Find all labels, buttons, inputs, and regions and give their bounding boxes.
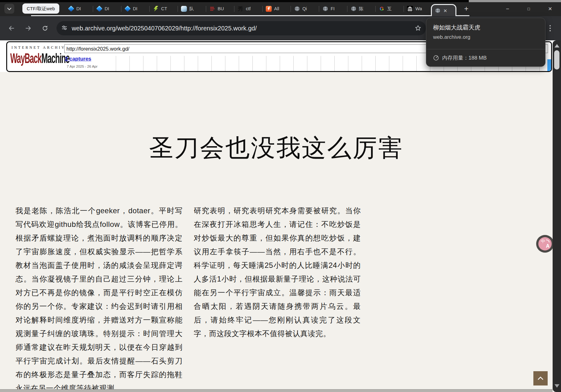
forward-button[interactable] [24, 24, 33, 33]
window-bottom-edge [0, 389, 553, 392]
reload-button[interactable] [40, 24, 50, 33]
tab-strip: CTF/取证web DI DI DI CT 队 BU 秀 [0, 2, 561, 16]
tab-di-1[interactable]: DI [65, 2, 93, 15]
memory-gauge-icon [433, 55, 439, 61]
scrollbar-up-arrow[interactable] [554, 44, 559, 47]
tab-all[interactable]: All [263, 2, 291, 15]
address-bar[interactable]: web.archive.org/web/20250407062029/http:… [57, 21, 426, 35]
blue-gem-icon [124, 6, 130, 12]
hover-card-memory-row: 内存用量：188 MB [433, 54, 487, 61]
site-info-icon[interactable] [61, 25, 67, 32]
scrollbar-down-arrow[interactable] [554, 384, 559, 388]
article-column-2: 研究表明，研究表明研究本身需要被研究。当你在深夜打开冰箱思考人生，请记住：不吃炒… [194, 204, 361, 340]
chevron-down-icon [7, 7, 11, 10]
globe-icon [294, 6, 300, 12]
back-arrow-icon [8, 25, 15, 32]
tab-di-3[interactable]: DI [121, 2, 150, 15]
chevron-up-icon [537, 376, 544, 380]
green-bolt-icon [153, 6, 159, 12]
translate-fab[interactable]: 中 A [536, 235, 554, 253]
tab-chen[interactable]: 陈 [347, 2, 376, 15]
captures-link[interactable]: 2 captures [65, 56, 91, 62]
reload-icon [42, 25, 48, 32]
back-button[interactable] [7, 24, 16, 33]
menu-dots-icon[interactable] [549, 24, 551, 33]
tab-group-label[interactable]: CTF/取证web [22, 3, 59, 14]
tab-active[interactable]: ✕ [431, 4, 456, 16]
tab-ctf[interactable]: 秀 ctf [234, 2, 263, 15]
internet-archive-label: INTERNET ARCHIVE [11, 45, 69, 50]
tab-hover-card: 柳如烟大战霸天虎 web.archive.org 内存用量：188 MB [426, 18, 545, 67]
tab-dui[interactable]: 队 [178, 2, 206, 15]
hover-card-title: 柳如烟大战霸天虎 [433, 24, 480, 32]
globe-icon [322, 6, 328, 12]
blue-gem-icon [96, 6, 102, 12]
wayback-building-icon [407, 6, 413, 12]
new-tab-button[interactable]: + [461, 4, 471, 14]
red-seal-icon [209, 6, 215, 12]
window-maximize-button[interactable]: □ [522, 3, 536, 14]
tab-qi[interactable]: Qi [291, 2, 319, 15]
blue-gem-icon [68, 6, 74, 12]
article-column-1: 我是老陈，陈浩北一个geeker，dotaer。平时写写代码欢迎github给我… [16, 204, 183, 392]
tab-di-2[interactable]: DI [93, 2, 121, 15]
window-minimize-button[interactable]: – [500, 3, 515, 14]
scrollbar-thumb[interactable] [554, 50, 559, 70]
capture-highlight-bar[interactable] [547, 59, 551, 72]
page-title: 圣刀会也没我这么厉害 [0, 132, 553, 164]
browser-window: CTF/取证web DI DI DI CT 队 BU 秀 [0, 0, 561, 392]
url-text[interactable]: web.archive.org/web/20250407062029/http:… [72, 25, 257, 32]
forward-arrow-icon [25, 25, 32, 32]
bookmark-star-icon[interactable] [414, 25, 422, 33]
google-g-icon: G [379, 6, 385, 12]
window-close-button[interactable]: ✕ [543, 3, 557, 14]
window-top-edge-highlight [469, 0, 561, 2]
tab-ct[interactable]: CT [150, 2, 178, 15]
tab-google[interactable]: G 互 [376, 2, 404, 15]
avatar-icon [181, 6, 187, 12]
tab-search-button[interactable] [4, 4, 14, 14]
hover-card-domain: web.archive.org [433, 34, 470, 40]
tab-fi[interactable]: FI [319, 2, 347, 15]
close-tab-icon[interactable]: ✕ [443, 8, 447, 13]
globe-icon [351, 6, 356, 12]
page-scrollbar[interactable] [553, 40, 561, 392]
capture-date-range: 7 Apr 2025 - 26 Apr [67, 65, 97, 68]
tab-wayback[interactable]: Wa [404, 2, 432, 15]
wayback-machine-logo: WayBackMachine [10, 50, 70, 66]
globe-icon [435, 8, 441, 14]
ink-figure-icon: 秀 [238, 6, 243, 12]
orange-bolt-icon [266, 6, 272, 12]
hover-card-divider [426, 49, 545, 49]
translate-icon: 中 A [538, 237, 552, 250]
window-top-edge [0, 0, 469, 2]
scroll-to-top-button[interactable] [533, 371, 548, 385]
memory-usage-text: 内存用量：188 MB [442, 54, 487, 61]
tab-bu[interactable]: BU [206, 2, 234, 15]
